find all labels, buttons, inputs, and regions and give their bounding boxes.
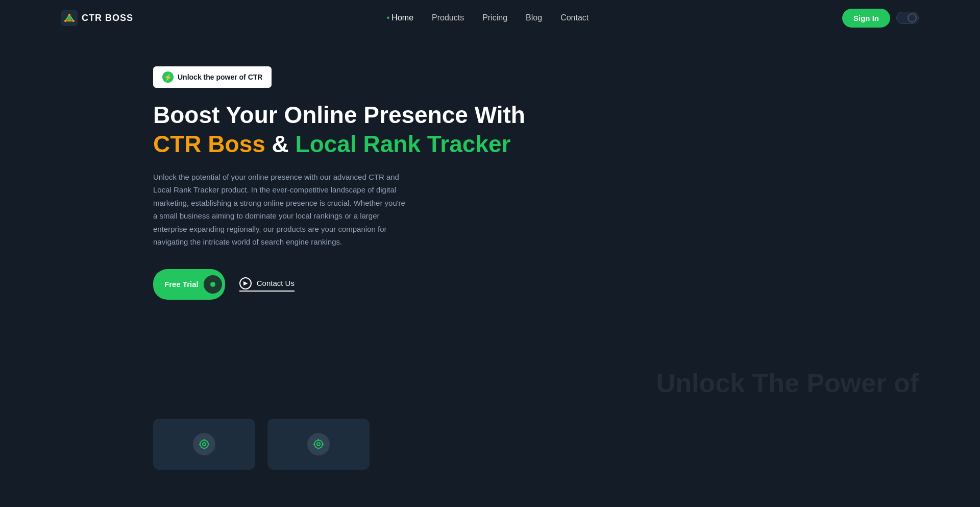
hero-title-line2: CTR Boss & Local Rank Tracker (153, 130, 827, 158)
svg-point-11 (314, 440, 323, 448)
svg-point-4 (72, 20, 75, 22)
ctr-boss-label: CTR Boss (153, 131, 265, 157)
svg-point-3 (68, 14, 70, 16)
free-trial-toggle (204, 275, 222, 294)
toggle-knob (908, 13, 917, 22)
cards-row (0, 388, 980, 470)
contact-us-link[interactable]: ▶ Contact Us (239, 277, 295, 292)
svg-point-2 (64, 20, 66, 22)
nav-item-products[interactable]: Products (432, 13, 464, 22)
badge: ⚡ Unlock the power of CTR (153, 66, 272, 88)
sign-in-button[interactable]: Sign In (842, 9, 890, 28)
dark-mode-toggle[interactable] (896, 12, 919, 24)
bottom-section: Unlock The Power of (0, 347, 980, 470)
logo-icon (61, 10, 78, 26)
card-2-icon (307, 433, 330, 455)
svg-point-12 (317, 443, 320, 446)
badge-label: Unlock the power of CTR (178, 73, 262, 81)
card-1 (153, 419, 255, 470)
navbar: CTR BOSS Home Products Pricing Blog Cont… (0, 0, 980, 36)
cta-row: Free Trial ▶ Contact Us (153, 269, 827, 300)
logo-name: CTR BOSS (82, 13, 133, 23)
hero-title-line1: Boost Your Online Presence With (153, 102, 827, 128)
card-1-icon (193, 433, 215, 455)
free-trial-label: Free Trial (164, 280, 199, 288)
hero-section: ⚡ Unlock the power of CTR Boost Your Onl… (0, 0, 980, 347)
svg-point-5 (200, 440, 208, 448)
logo[interactable]: CTR BOSS (61, 10, 133, 26)
local-rank-label: Local Rank Tracker (296, 131, 511, 157)
nav-right: Sign In (842, 9, 919, 28)
amp-label: & (272, 131, 296, 157)
card-2 (267, 419, 370, 470)
nav-links: Home Products Pricing Blog Contact (387, 13, 589, 22)
nav-item-home[interactable]: Home (387, 13, 413, 22)
hero-description: Unlock the potential of your online pres… (153, 171, 408, 249)
nav-item-contact[interactable]: Contact (560, 13, 589, 22)
contact-circle-icon: ▶ (239, 277, 252, 289)
nav-item-blog[interactable]: Blog (526, 13, 542, 22)
lightning-icon: ⚡ (162, 71, 174, 83)
free-trial-button[interactable]: Free Trial (153, 269, 225, 300)
nav-item-pricing[interactable]: Pricing (482, 13, 507, 22)
svg-point-6 (203, 443, 206, 446)
contact-us-label: Contact Us (257, 279, 295, 287)
toggle-inner (210, 282, 215, 287)
